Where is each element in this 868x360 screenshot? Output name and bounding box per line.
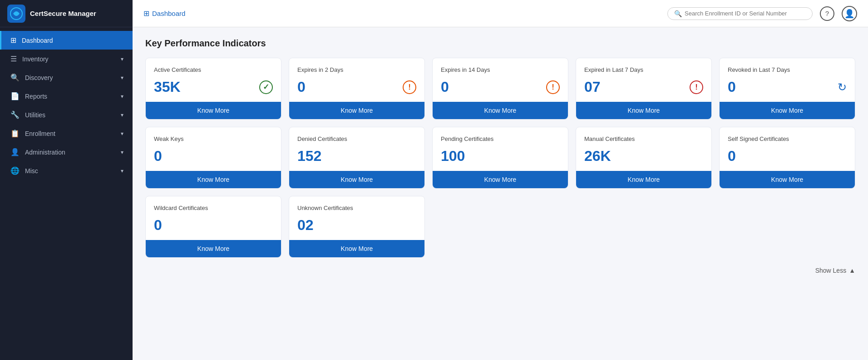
kpi-label-manual-certs: Manual Certificates bbox=[584, 135, 703, 142]
kpi-value-denied-certs: 152 bbox=[297, 148, 321, 165]
kpi-value-row-weak-keys: 0 bbox=[154, 148, 273, 165]
kpi-value-row-expires-14d: 0 ! bbox=[441, 79, 560, 95]
sidebar-item-reports[interactable]: 📄 Reports ▾ bbox=[0, 87, 133, 105]
kpi-card-expired-7d: Expired in Last 7 Days 07 ! Know More bbox=[576, 58, 712, 120]
kpi-know-more-self-signed[interactable]: Know More bbox=[720, 171, 855, 188]
help-button[interactable]: ? bbox=[820, 6, 834, 21]
sidebar-item-utilities[interactable]: 🔧 Utilities ▾ bbox=[0, 105, 133, 124]
check-circle-icon: ✓ bbox=[259, 80, 273, 94]
app-logo bbox=[7, 5, 25, 23]
reports-nav-icon: 📄 bbox=[10, 92, 20, 100]
kpi-label-expires-2d: Expires in 2 Days bbox=[297, 66, 416, 73]
dashboard-topbar-icon: ⊞ bbox=[143, 9, 149, 18]
kpi-know-more-denied-certs[interactable]: Know More bbox=[289, 171, 424, 188]
sidebar-item-dashboard[interactable]: ⊞ Dashboard bbox=[0, 31, 133, 50]
sidebar-item-discovery[interactable]: 🔍 Discovery ▾ bbox=[0, 68, 133, 87]
kpi-know-more-revoked-7d[interactable]: Know More bbox=[720, 102, 855, 119]
kpi-value-row-pending-certs: 100 bbox=[441, 148, 560, 165]
sidebar-item-label: Dashboard bbox=[22, 37, 53, 44]
sidebar-item-enrollment[interactable]: 📋 Enrollment ▾ bbox=[0, 124, 133, 143]
sidebar-item-label: Utilities bbox=[25, 111, 45, 119]
kpi-card-pending-certs: Pending Certificates 100 Know More bbox=[432, 127, 568, 189]
kpi-value-row-revoked-7d: 0 ↻ bbox=[728, 79, 847, 95]
sidebar-item-label: Misc bbox=[25, 167, 38, 175]
chevron-down-icon: ▾ bbox=[121, 93, 123, 100]
kpi-value-row-active-certs: 35K ✓ bbox=[154, 79, 273, 95]
administration-nav-icon: 👤 bbox=[10, 148, 20, 156]
search-bar[interactable]: 🔍 bbox=[667, 7, 813, 20]
kpi-know-more-expires-2d[interactable]: Know More bbox=[289, 102, 424, 119]
kpi-empty-1 bbox=[576, 196, 712, 258]
kpi-value-row-unknown: 02 bbox=[297, 217, 416, 234]
sidebar-header: CertSecure Manager bbox=[0, 0, 133, 27]
sidebar-item-label: Discovery bbox=[25, 74, 53, 81]
main-content: ⊞ Dashboard 🔍 ? 👤 Key Performance Indica… bbox=[133, 0, 868, 360]
kpi-know-more-unknown[interactable]: Know More bbox=[289, 240, 424, 257]
user-avatar[interactable]: 👤 bbox=[842, 6, 857, 21]
kpi-value-row-denied-certs: 152 bbox=[297, 148, 416, 165]
kpi-empty-2 bbox=[719, 196, 855, 258]
kpi-empty-0 bbox=[432, 196, 568, 258]
kpi-card-denied-certs: Denied Certificates 152 Know More bbox=[289, 127, 425, 189]
kpi-value-weak-keys: 0 bbox=[154, 148, 162, 165]
chevron-down-icon: ▾ bbox=[121, 149, 123, 155]
app-name: CertSecure Manager bbox=[30, 10, 96, 17]
kpi-value-self-signed: 0 bbox=[728, 148, 736, 165]
kpi-card-active-certs: Active Certificates 35K ✓ Know More bbox=[145, 58, 281, 120]
show-less-button[interactable]: Show Less ▲ bbox=[145, 265, 855, 274]
exclamation-circle-icon: ! bbox=[546, 80, 560, 94]
topbar-nav-dashboard[interactable]: ⊞ Dashboard bbox=[143, 9, 185, 18]
topbar-nav-label: Dashboard bbox=[152, 10, 185, 17]
dashboard-nav-icon: ⊞ bbox=[10, 36, 16, 45]
sidebar-item-inventory[interactable]: ☰ Inventory ▾ bbox=[0, 50, 133, 68]
kpi-know-more-weak-keys[interactable]: Know More bbox=[146, 171, 281, 188]
kpi-value-row-wildcard: 0 bbox=[154, 217, 273, 234]
kpi-know-more-expires-14d[interactable]: Know More bbox=[433, 102, 568, 119]
kpi-row-1: Active Certificates 35K ✓ Know More Expi… bbox=[145, 58, 855, 120]
exclamation-circle-icon: ! bbox=[403, 80, 416, 94]
kpi-value-row-expires-2d: 0 ! bbox=[297, 79, 416, 95]
kpi-row-3: Wildcard Certificates 0 Know More Unknow… bbox=[145, 196, 855, 258]
kpi-know-more-manual-certs[interactable]: Know More bbox=[576, 171, 711, 188]
kpi-label-expired-7d: Expired in Last 7 Days bbox=[584, 66, 703, 73]
kpi-value-expired-7d: 07 bbox=[584, 79, 601, 95]
kpi-card-wildcard: Wildcard Certificates 0 Know More bbox=[145, 196, 281, 258]
kpi-label-unknown: Unknown Certificates bbox=[297, 205, 416, 211]
kpi-know-more-expired-7d[interactable]: Know More bbox=[576, 102, 711, 119]
kpi-label-expires-14d: Expires in 14 Days bbox=[441, 66, 560, 73]
kpi-label-active-certs: Active Certificates bbox=[154, 66, 273, 73]
kpi-card-unknown: Unknown Certificates 02 Know More bbox=[289, 196, 425, 258]
chevron-down-icon: ▾ bbox=[121, 75, 123, 81]
chevron-up-icon: ▲ bbox=[849, 267, 855, 274]
chevron-down-icon: ▾ bbox=[121, 130, 123, 137]
page-content: Key Performance Indicators Active Certif… bbox=[133, 27, 868, 360]
sidebar-item-administration[interactable]: 👤 Administration ▾ bbox=[0, 143, 133, 161]
chevron-down-icon: ▾ bbox=[121, 112, 123, 118]
kpi-row-2: Weak Keys 0 Know More Denied Certificate… bbox=[145, 127, 855, 189]
kpi-value-expires-2d: 0 bbox=[297, 79, 306, 95]
kpi-value-manual-certs: 26K bbox=[584, 148, 611, 165]
search-input[interactable] bbox=[685, 10, 806, 17]
kpi-label-wildcard: Wildcard Certificates bbox=[154, 205, 273, 211]
kpi-value-revoked-7d: 0 bbox=[728, 79, 736, 95]
kpi-know-more-active-certs[interactable]: Know More bbox=[146, 102, 281, 119]
sidebar-item-label: Reports bbox=[25, 93, 47, 100]
exclamation-circle-icon: ! bbox=[690, 80, 703, 94]
show-less-label: Show Less bbox=[815, 267, 846, 274]
sidebar-item-label: Enrollment bbox=[25, 130, 55, 137]
kpi-know-more-pending-certs[interactable]: Know More bbox=[433, 171, 568, 188]
enrollment-nav-icon: 📋 bbox=[10, 129, 20, 138]
kpi-card-revoked-7d: Revoked in Last 7 Days 0 ↻ Know More bbox=[719, 58, 855, 120]
sidebar-item-label: Inventory bbox=[22, 55, 49, 63]
discovery-nav-icon: 🔍 bbox=[10, 73, 20, 82]
search-icon: 🔍 bbox=[674, 10, 682, 17]
chevron-down-icon: ▾ bbox=[121, 168, 123, 174]
kpi-card-expires-14d: Expires in 14 Days 0 ! Know More bbox=[432, 58, 568, 120]
sidebar-nav: ⊞ Dashboard ☰ Inventory ▾ 🔍 Discovery ▾ … bbox=[0, 27, 133, 360]
page-title: Key Performance Indicators bbox=[145, 38, 855, 49]
refresh-icon: ↻ bbox=[838, 81, 847, 94]
sidebar-item-misc[interactable]: 🌐 Misc ▾ bbox=[0, 161, 133, 180]
topbar: ⊞ Dashboard 🔍 ? 👤 bbox=[133, 0, 868, 27]
kpi-know-more-wildcard[interactable]: Know More bbox=[146, 240, 281, 257]
kpi-value-pending-certs: 100 bbox=[441, 148, 465, 165]
